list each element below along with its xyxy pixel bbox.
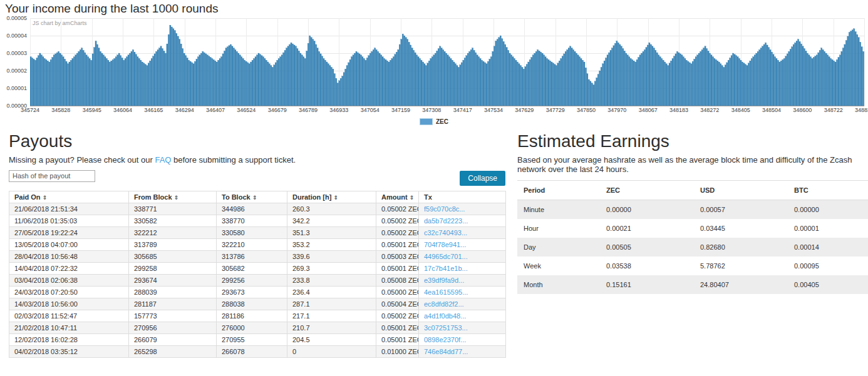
payouts-column-header[interactable]: To Block⇕ (217, 191, 287, 203)
tx-link[interactable]: 17c7b41e1b... (424, 265, 468, 272)
payouts-column-header[interactable]: Amount⇕ (376, 191, 419, 203)
tx-link[interactable]: 44965dc701... (424, 253, 468, 260)
payout-cell: 0.05002 ZEC (376, 227, 419, 239)
payout-cell: 233.8 (287, 275, 376, 287)
payout-cell: 266079 (129, 334, 217, 346)
payout-cell: 330582 (129, 215, 217, 227)
payout-row: 13/05/2018 04:07:00313789322210353.20.05… (9, 239, 506, 251)
earnings-cell: 0.03445 (694, 219, 788, 238)
x-axis-tick-label: 345828 (51, 107, 70, 113)
tx-link[interactable]: 746e84dd77... (424, 348, 468, 355)
earnings-cell: 0.00001 (788, 219, 868, 238)
collapse-button[interactable]: Collapse (460, 171, 505, 186)
earnings-column-header: BTC (788, 181, 868, 200)
sort-icon[interactable]: ⇕ (43, 195, 48, 201)
tx-link[interactable]: f59c070c8c... (424, 205, 465, 213)
x-axis-tick-label: 348067 (639, 107, 658, 113)
x-axis-tick-label: 346524 (237, 107, 256, 113)
x-axis-tick-label: 348272 (700, 107, 719, 113)
payout-cell: 351.3 (287, 227, 376, 239)
payouts-intro: Missing a payout? Please check out our F… (9, 155, 505, 165)
earnings-table-header-row: PeriodZECUSDBTC (517, 181, 868, 200)
tx-link[interactable]: 3c07251753... (424, 324, 468, 332)
earnings-row: Minute0.000000.000570.00000 (517, 200, 868, 220)
x-axis-tick-label: 347417 (453, 107, 472, 113)
faq-link[interactable]: FAQ (155, 155, 171, 165)
earnings-column-header: Period (517, 181, 600, 200)
earnings-cell: 0.00505 (600, 238, 694, 257)
tx-link[interactable]: a4d1f0db48... (424, 312, 466, 320)
payout-cell: 353.2 (287, 239, 376, 251)
intro-text-after: before submitting a support ticket. (171, 155, 296, 165)
earnings-cell: Week (517, 257, 600, 275)
x-axis-tick-label: 346294 (175, 107, 194, 113)
y-axis-tick-label: 0.00004 (6, 33, 27, 39)
tx-link[interactable]: c32c740493... (424, 229, 467, 236)
tx-link[interactable]: ec8dfd82f2... (424, 300, 464, 308)
chart-vertical-gridline (864, 18, 865, 106)
payout-cell: 0.05001 ZEC (376, 263, 419, 275)
income-bars (30, 18, 864, 106)
payout-cell: 04/02/2018 03:35:12 (9, 346, 129, 358)
payout-cell: 330580 (217, 227, 287, 239)
tx-link[interactable]: 4ea1615595... (424, 288, 468, 296)
x-axis-tick-label: 345945 (83, 107, 101, 113)
payout-cell: 0.05003 ZEC (376, 251, 419, 263)
payout-cell: 281186 (217, 310, 287, 322)
payout-cell: 322212 (129, 227, 217, 239)
sort-icon[interactable]: ⇕ (174, 195, 179, 201)
estimated-earnings-title: Estimated Earnings (517, 131, 868, 151)
tx-link[interactable]: da5b7d2223... (424, 217, 468, 225)
payout-cell: 299258 (129, 263, 217, 275)
payout-cell: 0.05004 ZEC (376, 298, 419, 310)
payout-tx-cell: 4ea1615595... (419, 287, 506, 298)
payouts-column-header[interactable]: Paid On⇕ (9, 191, 129, 203)
tx-link[interactable]: e39df9fa9d... (424, 277, 464, 284)
x-axis-tick-label: 346165 (144, 107, 163, 113)
payout-cell: 02/03/2018 11:52:47 (9, 310, 129, 322)
x-axis-tick-label: 347534 (484, 107, 503, 113)
earnings-cell: Minute (517, 200, 600, 220)
payout-cell: 299256 (217, 275, 287, 287)
earnings-cell: 0.82680 (694, 238, 788, 257)
sort-icon[interactable]: ⇕ (333, 195, 338, 201)
payout-cell: 210.7 (287, 322, 376, 334)
earnings-cell: Hour (517, 219, 600, 238)
chart-legend[interactable]: ZEC (0, 118, 868, 125)
payout-cell: 0.05001 ZEC (376, 334, 419, 346)
payouts-table: Paid On⇕From Block⇕To Block⇕Duration [h]… (9, 191, 506, 358)
payout-hash-search-input[interactable] (9, 170, 95, 182)
payouts-title: Payouts (9, 131, 505, 151)
y-axis-tick-label: 0.00003 (6, 50, 27, 56)
payout-cell: 313786 (217, 251, 287, 263)
payouts-column-header[interactable]: From Block⇕ (129, 191, 217, 203)
tx-link[interactable]: 0898e2370f... (424, 336, 466, 343)
payout-cell: 27/05/2018 19:22:24 (9, 227, 129, 239)
payout-cell: 14/04/2018 07:22:32 (9, 263, 129, 275)
payout-tx-cell: ec8dfd82f2... (419, 298, 506, 310)
x-axis-tick-label: 347729 (546, 107, 565, 113)
estimated-earnings-section: Estimated Earnings Based on your average… (517, 131, 868, 358)
earnings-cell: 0.00021 (600, 219, 694, 238)
payout-row: 24/03/2018 07:20:50288039293673236.40.05… (9, 287, 506, 298)
earnings-row: Day0.005050.826800.00014 (517, 238, 868, 257)
payout-tx-cell: 3c07251753... (419, 322, 506, 334)
payout-cell: 266078 (217, 346, 287, 358)
payout-tx-cell: da5b7d2223... (419, 215, 506, 227)
payouts-column-header[interactable]: Duration [h]⇕ (287, 191, 376, 203)
payout-cell: 265298 (129, 346, 217, 358)
sort-icon[interactable]: ⇕ (252, 195, 257, 201)
y-axis-tick-label: 0.00005 (6, 15, 27, 21)
x-axis-tick-label: 347308 (422, 107, 441, 113)
payout-cell: 21/02/2018 10:47:11 (9, 322, 129, 334)
payout-cell: 322210 (217, 239, 287, 251)
payout-cell: 338770 (217, 215, 287, 227)
payout-cell: 270955 (217, 334, 287, 346)
sort-icon[interactable]: ⇕ (410, 195, 415, 201)
tx-link[interactable]: 704f78e941... (424, 241, 466, 248)
income-bar-chart: JS chart by amCharts 0.000050.000040.000… (30, 18, 864, 106)
payout-cell: 344986 (217, 203, 287, 215)
payout-cell: 288038 (217, 298, 287, 310)
amcharts-watermark: JS chart by amCharts (33, 20, 87, 26)
earnings-cell: Day (517, 238, 600, 257)
